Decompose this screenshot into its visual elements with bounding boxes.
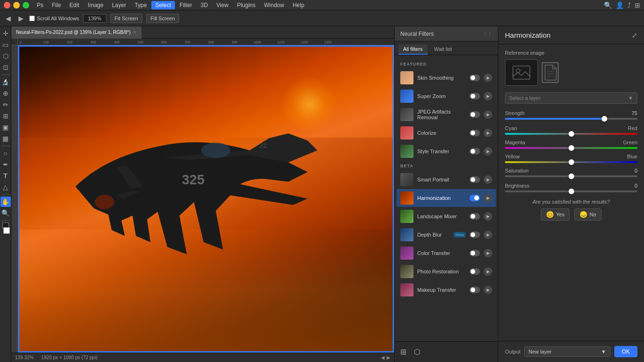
yellow-blue-thumb[interactable] (569, 159, 574, 165)
filter-arrow-restore[interactable]: ▶ (484, 267, 492, 276)
menu-filter[interactable]: Filter (176, 1, 196, 9)
filter-toggle-zoom[interactable] (470, 93, 480, 99)
tool-eraser[interactable]: ▣ (0, 122, 11, 132)
filter-item-depth[interactable]: Depth Blur New ▶ (396, 226, 496, 244)
filter-toggle-jpeg[interactable] (470, 111, 480, 118)
filter-toggle-harmonize[interactable] (470, 195, 480, 201)
filter-item-skin-smoothing[interactable]: Skin Smoothing ▶ (396, 69, 496, 87)
filter-arrow-harmonize[interactable]: ▶ (484, 194, 492, 202)
tab-wait-list[interactable]: Wait list (429, 44, 457, 55)
filter-item-restoration[interactable]: Photo Restoration ▶ (396, 263, 496, 280)
layer-select-dropdown[interactable]: Select a layer ▼ (505, 92, 637, 104)
menu-ps[interactable]: Ps (33, 1, 47, 9)
filter-toggle-style[interactable] (470, 148, 480, 155)
tool-lasso[interactable]: ⬡ (0, 51, 11, 61)
window-minimize-btn[interactable] (13, 2, 20, 8)
menu-select[interactable]: Select (151, 1, 174, 9)
scroll-right-btn[interactable]: ▶ (387, 355, 390, 360)
filter-toggle-colortransfer[interactable] (470, 250, 480, 256)
filter-toggle-skin[interactable] (470, 74, 480, 81)
window-maximize-btn[interactable] (23, 2, 29, 8)
filter-toggle-landscape[interactable] (470, 213, 480, 220)
tab-close-btn[interactable]: × (133, 30, 136, 35)
back-btn[interactable]: ◀ (4, 15, 13, 22)
neural-collapse-btn[interactable]: ⋮⋮ (483, 31, 492, 36)
output-select[interactable]: New layer ▼ (524, 346, 611, 357)
fit-screen-btn[interactable]: Fit Screen (110, 14, 142, 23)
filter-toggle-restore[interactable] (470, 268, 480, 275)
filter-toggle-makeup[interactable] (470, 287, 480, 293)
zoom-input[interactable] (83, 14, 107, 23)
ref-image-placeholder[interactable] (505, 59, 538, 86)
filter-arrow-jpeg[interactable]: ▶ (484, 110, 492, 119)
filter-arrow-colorize[interactable]: ▶ (484, 129, 492, 137)
menu-view[interactable]: View (213, 1, 232, 9)
filter-item-landscape[interactable]: Landscape Mixer ▶ (396, 207, 496, 225)
filter-item-style[interactable]: Style Transfer ▶ (396, 142, 496, 160)
tool-hand[interactable]: ✋ (0, 197, 11, 207)
tool-type[interactable]: T (0, 171, 11, 181)
menu-file[interactable]: File (48, 1, 65, 9)
menu-edit[interactable]: Edit (66, 1, 83, 9)
menu-help[interactable]: Help (289, 1, 308, 9)
scroll-all-checkbox[interactable] (29, 16, 35, 21)
filter-arrow-style[interactable]: ▶ (484, 147, 492, 156)
menu-layer[interactable]: Layer (108, 1, 130, 9)
no-button[interactable]: 😞 No (574, 208, 601, 221)
magenta-green-track[interactable] (505, 147, 637, 149)
yes-button[interactable]: 😊 Yes (541, 208, 570, 221)
search-icon[interactable]: 🔍 (604, 1, 612, 9)
filter-arrow-colortransfer[interactable]: ▶ (484, 249, 492, 257)
layers-icon[interactable]: ⊞ (400, 347, 406, 356)
filter-arrow-smart[interactable]: ▶ (484, 175, 492, 184)
tool-pen[interactable]: ✒ (0, 159, 11, 170)
tool-selection[interactable]: ▭ (0, 40, 11, 50)
filter-item-makeup[interactable]: Makeup Transfer ▶ (396, 281, 496, 299)
layout-icon[interactable]: ⊞ (635, 1, 640, 9)
menu-image[interactable]: Image (84, 1, 107, 9)
fill-screen-btn[interactable]: Fill Screen (146, 14, 179, 23)
cyan-red-track[interactable] (505, 133, 637, 135)
filter-arrow-depth[interactable]: ▶ (484, 230, 492, 239)
cyan-red-thumb[interactable] (569, 131, 574, 137)
tool-shape[interactable]: △ (0, 182, 11, 192)
scroll-all-label[interactable]: Scroll All Windows (29, 16, 79, 21)
tool-crop[interactable]: ⊡ (0, 62, 11, 73)
tool-dodge[interactable]: ○ (0, 148, 11, 158)
filter-item-jpeg[interactable]: JPEG Artifacts Removal ▶ (396, 106, 496, 123)
adjust-icon[interactable]: ⬡ (414, 347, 421, 356)
background-color[interactable] (3, 227, 10, 234)
magenta-green-thumb[interactable] (569, 145, 574, 151)
tool-eyedropper[interactable]: 🔬 (0, 77, 11, 87)
menu-plugins[interactable]: Plugins (233, 1, 259, 9)
filter-item-harmonization[interactable]: Harmonization ▶ (396, 189, 496, 207)
filter-item-colorize[interactable]: Colorize ▶ (396, 124, 496, 142)
filter-arrow-landscape[interactable]: ▶ (484, 212, 492, 221)
menu-window[interactable]: Window (260, 1, 288, 9)
tool-zoom[interactable]: 🔍 (0, 208, 11, 218)
window-close-btn[interactable] (4, 2, 10, 8)
filter-toggle-depth[interactable] (470, 231, 480, 238)
strength-track[interactable] (505, 118, 637, 120)
account-icon[interactable]: 👤 (616, 1, 624, 9)
strength-thumb[interactable] (602, 116, 607, 122)
tool-heal[interactable]: ⊕ (0, 88, 11, 99)
forward-btn[interactable]: ▶ (17, 15, 25, 22)
tool-brush[interactable]: ✏ (0, 99, 11, 110)
canvas-tab[interactable]: Neural-Filters-Ps-2022.psd @ 139% (Layer… (11, 26, 141, 39)
filter-arrow-zoom[interactable]: ▶ (484, 92, 492, 100)
yellow-blue-track[interactable] (505, 161, 637, 163)
menu-3d[interactable]: 3D (197, 1, 211, 9)
brightness-track[interactable] (505, 190, 637, 192)
tool-move[interactable]: ✛ (0, 28, 11, 39)
tool-gradient[interactable]: ▦ (0, 133, 11, 144)
filter-arrow-skin[interactable]: ▶ (484, 74, 492, 82)
saturation-track[interactable] (505, 175, 637, 177)
share-icon[interactable]: ⤴ (627, 1, 631, 9)
saturation-thumb[interactable] (569, 173, 574, 179)
ok-button[interactable]: OK (614, 346, 637, 357)
new-document-icon[interactable] (542, 62, 559, 83)
tool-clone[interactable]: ⊞ (0, 111, 11, 121)
filter-toggle-colorize[interactable] (470, 130, 480, 136)
filter-item-super-zoom[interactable]: Super Zoom ▶ (396, 87, 496, 105)
